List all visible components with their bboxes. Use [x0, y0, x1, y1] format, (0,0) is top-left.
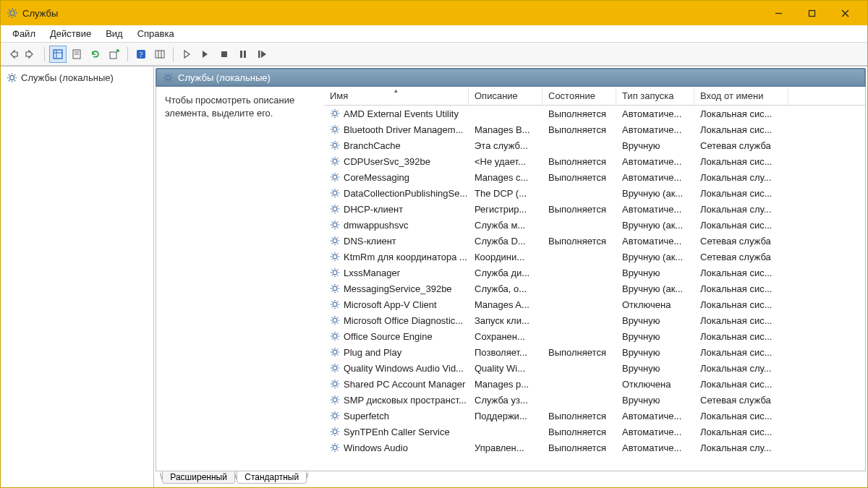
service-state: Выполняется [542, 442, 616, 453]
service-logon: Локальная слу... [694, 442, 788, 453]
close-button[interactable] [828, 3, 861, 23]
toolbar: ? [1, 43, 867, 66]
svg-rect-25 [221, 51, 227, 57]
gear-icon [7, 72, 17, 83]
service-startup: Отключена [616, 379, 694, 390]
tree-item-label: Службы (локальные) [21, 72, 114, 83]
table-row[interactable]: DataCollectionPublishingSe...The DCP (..… [324, 185, 865, 201]
table-row[interactable]: SMP дисковых пространст...Служба уз...Вр… [324, 392, 865, 408]
svg-text:?: ? [140, 50, 143, 59]
details-view-button[interactable] [49, 46, 67, 63]
service-logon: Локальная сис... [694, 427, 788, 437]
service-desc: Служба, о... [469, 283, 542, 294]
col-logon[interactable]: Вход от имени [694, 87, 788, 104]
nav-forward-button[interactable] [22, 46, 40, 63]
table-row[interactable]: LxssManagerСлужба ди...ВручнуюЛокальная … [324, 265, 865, 281]
nav-back-button[interactable] [4, 46, 21, 63]
gear-icon [330, 108, 340, 119]
table-row[interactable]: Microsoft Office Diagnostic...Запуск кли… [324, 312, 865, 328]
col-name[interactable]: ▴Имя [324, 87, 469, 104]
service-name: CDPUserSvc_392be [344, 156, 430, 167]
refresh-button[interactable] [87, 46, 104, 63]
table-row[interactable]: MessagingService_392beСлужба, о...Вручну… [324, 281, 865, 296]
service-startup: Автоматиче... [616, 124, 694, 135]
service-startup: Вручную [616, 331, 694, 342]
gear-icon [330, 188, 340, 198]
grid-body[interactable]: AMD External Events UtilityВыполняетсяАв… [324, 106, 865, 471]
service-logon: Сетевая служба [694, 395, 788, 406]
table-row[interactable]: DHCP-клиентРегистрир...ВыполняетсяАвтома… [324, 201, 865, 217]
service-startup: Вручную [616, 140, 694, 151]
service-startup: Автоматиче... [616, 172, 694, 183]
service-desc: Управлен... [469, 442, 542, 453]
table-row[interactable]: BranchCacheЭта служб...ВручнуюСетевая сл… [324, 137, 865, 153]
col-desc[interactable]: Описание [469, 87, 542, 104]
pause-button[interactable] [234, 46, 252, 63]
service-startup: Автоматиче... [616, 204, 694, 215]
tab-extended[interactable]: Расширенный [162, 471, 235, 484]
menu-action[interactable]: Действие [43, 27, 98, 40]
gear-icon [330, 379, 340, 389]
table-row[interactable]: Windows AudioУправлен...ВыполняетсяАвтом… [324, 440, 865, 455]
svg-rect-27 [244, 51, 246, 58]
service-name: Plug and Play [344, 347, 401, 358]
table-row[interactable]: AMD External Events UtilityВыполняетсяАв… [324, 106, 865, 121]
service-startup: Автоматиче... [616, 427, 694, 437]
service-name: Microsoft App-V Client [344, 299, 437, 310]
gear-icon [330, 156, 340, 166]
table-row[interactable]: CoreMessagingManages c...ВыполняетсяАвто… [324, 169, 865, 185]
restart-button[interactable] [253, 46, 271, 63]
service-name: MessagingService_392be [344, 283, 452, 294]
service-startup: Автоматиче... [616, 442, 694, 453]
col-startup[interactable]: Тип запуска [616, 87, 694, 104]
description-pane: Чтобы просмотреть описание элемента, выд… [156, 87, 324, 471]
table-row[interactable]: Shared PC Account ManagerManages p...Отк… [324, 376, 865, 392]
table-row[interactable]: dmwappushsvcСлужба м...Вручную (ак...Лок… [324, 217, 865, 233]
gear-icon [330, 395, 340, 405]
table-row[interactable]: DNS-клиентСлужба D...ВыполняетсяАвтомати… [324, 233, 865, 249]
tree-item-services-local[interactable]: Службы (локальные) [4, 71, 150, 85]
columns-button[interactable] [151, 46, 169, 63]
help-button[interactable]: ? [132, 46, 150, 63]
col-state[interactable]: Состояние [542, 87, 616, 104]
tab-standard[interactable]: Стандартный [237, 471, 307, 484]
properties-button[interactable] [68, 46, 85, 63]
start-all-button[interactable] [197, 46, 214, 63]
view-tabs: \ Расширенный \ Стандартный / [156, 471, 866, 487]
table-row[interactable]: Quality Windows Audio Vid...Quality Wi..… [324, 360, 865, 376]
window-title: Службы [22, 8, 58, 19]
table-row[interactable]: Bluetooth Driver Managem...Manages B...В… [324, 121, 865, 137]
gear-icon [163, 72, 174, 83]
table-row[interactable]: Office Source EngineСохранен...ВручнуюЛо… [324, 328, 865, 344]
menu-file[interactable]: Файл [5, 27, 43, 40]
svg-rect-26 [240, 51, 242, 58]
table-row[interactable]: SuperfetchПоддержи...ВыполняетсяАвтомати… [324, 408, 865, 424]
stop-button[interactable] [216, 46, 233, 63]
table-row[interactable]: Plug and PlayПозволяет...ВыполняетсяВруч… [324, 344, 865, 360]
start-button[interactable] [178, 46, 195, 63]
service-desc: Manages c... [469, 172, 542, 183]
service-startup: Автоматиче... [616, 411, 694, 421]
service-desc: Служба ди... [469, 267, 542, 278]
table-row[interactable]: CDPUserSvc_392be<Не удает...ВыполняетсяА… [324, 153, 865, 169]
gear-icon [330, 220, 340, 230]
maximize-button[interactable] [795, 3, 828, 23]
service-desc: Manages B... [469, 124, 542, 135]
service-logon: Локальная сис... [694, 124, 788, 135]
content-area: Службы (локальные) Службы (локальные) Чт… [1, 66, 867, 487]
gear-icon [330, 204, 340, 214]
menu-help[interactable]: Справка [130, 27, 182, 40]
table-row[interactable]: SynTPEnh Caller ServiceВыполняетсяАвтома… [324, 424, 865, 440]
service-desc: Сохранен... [469, 331, 542, 342]
service-desc: Позволяет... [469, 347, 542, 358]
export-button[interactable] [106, 46, 123, 63]
minimize-button[interactable] [762, 3, 795, 23]
table-row[interactable]: Microsoft App-V ClientManages A...Отключ… [324, 296, 865, 312]
right-pane: Службы (локальные) Чтобы просмотреть опи… [154, 67, 867, 487]
service-desc: <Не удает... [469, 156, 542, 167]
service-name: dmwappushsvc [344, 220, 409, 231]
gear-icon [330, 363, 340, 373]
menu-view[interactable]: Вид [98, 27, 130, 40]
table-row[interactable]: KtmRm для координатора ...Координи...Вру… [324, 249, 865, 265]
service-startup: Вручную [616, 267, 694, 278]
